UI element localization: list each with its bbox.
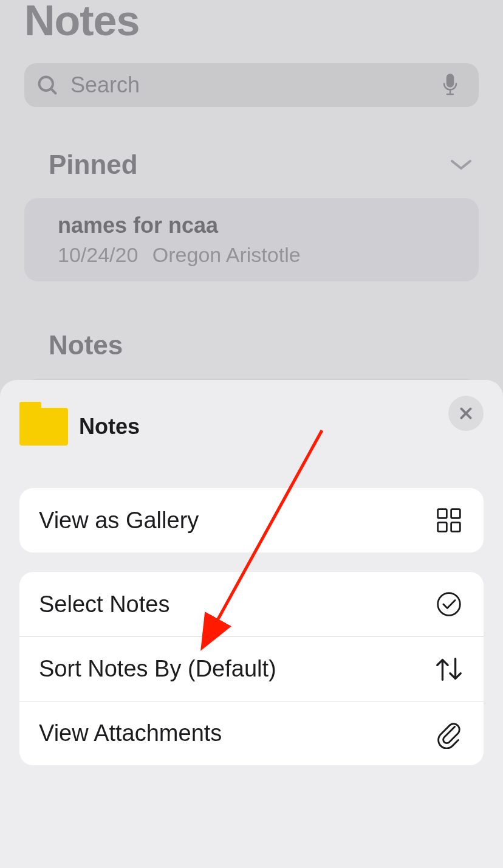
pinned-title: Pinned	[49, 150, 138, 180]
notes-section-title: Notes	[49, 330, 123, 360]
menu-group: Select Notes Sort Notes By (Default) V	[19, 572, 484, 765]
sort-notes-item[interactable]: Sort Notes By (Default)	[19, 636, 484, 701]
search-icon	[36, 74, 58, 96]
note-title: names for ncaa	[58, 213, 445, 238]
svg-rect-9	[438, 523, 447, 532]
view-as-gallery-item[interactable]: View as Gallery	[19, 488, 484, 553]
search-input[interactable]: Search	[24, 63, 479, 107]
menu-item-label: Sort Notes By (Default)	[39, 656, 276, 682]
page-title: Notes	[24, 0, 479, 45]
view-attachments-item[interactable]: View Attachments	[19, 701, 484, 765]
svg-rect-2	[447, 75, 453, 87]
close-button[interactable]	[448, 396, 484, 431]
pinned-section-header[interactable]: Pinned	[24, 150, 479, 180]
paperclip-icon	[434, 718, 464, 749]
menu-item-label: View as Gallery	[39, 508, 199, 534]
sort-arrows-icon	[434, 654, 464, 684]
note-preview: Oregon Aristotle	[152, 243, 301, 266]
select-notes-item[interactable]: Select Notes	[19, 572, 484, 636]
microphone-icon[interactable]	[441, 73, 459, 97]
folder-options-sheet: Notes View as Gallery	[0, 380, 503, 868]
pinned-note-item[interactable]: names for ncaa 10/24/20 Oregon Aristotle	[24, 198, 479, 281]
folder-icon	[19, 408, 68, 446]
svg-rect-10	[451, 523, 460, 532]
svg-line-1	[51, 89, 56, 94]
chevron-down-icon	[450, 157, 473, 172]
svg-rect-7	[438, 509, 447, 518]
svg-point-11	[438, 593, 460, 616]
menu-group: View as Gallery	[19, 488, 484, 553]
grid-icon	[434, 505, 464, 536]
notes-section-header: Notes	[24, 330, 479, 360]
menu-item-label: Select Notes	[39, 591, 169, 618]
checkmark-circle-icon	[434, 589, 464, 619]
menu-item-label: View Attachments	[39, 720, 222, 746]
svg-rect-8	[451, 509, 460, 518]
note-subtitle: 10/24/20 Oregon Aristotle	[58, 243, 445, 267]
sheet-folder-name: Notes	[79, 414, 140, 439]
search-placeholder: Search	[70, 72, 429, 98]
close-icon	[458, 405, 474, 421]
note-date: 10/24/20	[58, 243, 138, 266]
